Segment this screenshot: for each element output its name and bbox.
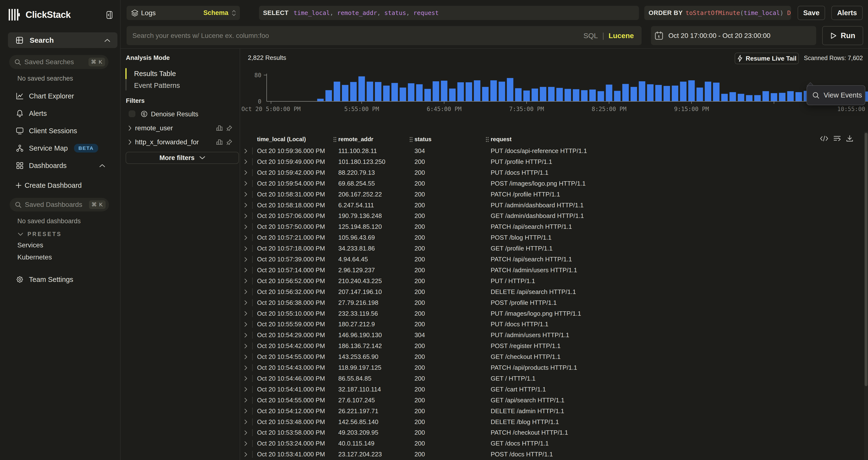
- histogram-bar[interactable]: [556, 88, 563, 102]
- row-expand-chevron-icon[interactable]: [244, 221, 247, 232]
- saved-searches-input[interactable]: Saved Searches ⌘ K: [9, 55, 108, 69]
- row-expand-chevron-icon[interactable]: [244, 351, 247, 362]
- order-by-bar[interactable]: ORDER BY toStartOfMinute(time_local) DES…: [644, 6, 791, 20]
- row-expand-chevron-icon[interactable]: [244, 254, 247, 265]
- row-expand-chevron-icon[interactable]: [244, 146, 247, 156]
- time-range-picker[interactable]: Oct 20 17:00:00 - Oct 20 23:00:00: [651, 26, 816, 45]
- row-expand-chevron-icon[interactable]: [244, 373, 247, 384]
- histogram-bar[interactable]: [606, 85, 613, 102]
- row-expand-chevron-icon[interactable]: [244, 167, 247, 178]
- histogram-bar[interactable]: [796, 92, 802, 102]
- sidebar-item-dashboards[interactable]: Dashboards: [0, 158, 121, 173]
- table-row[interactable]: Oct 20 10:53:48.000 PM142.56.85.140200DE…: [240, 416, 865, 427]
- histogram-bar[interactable]: [672, 86, 678, 102]
- histogram-bar[interactable]: [433, 81, 439, 102]
- histogram-bar[interactable]: [383, 86, 390, 102]
- row-expand-chevron-icon[interactable]: [244, 427, 247, 438]
- sidebar-item-alerts[interactable]: Alerts: [0, 106, 121, 121]
- histogram-bar[interactable]: [713, 83, 719, 102]
- histogram-bar[interactable]: [721, 94, 728, 102]
- sidebar-collapse-icon[interactable]: [106, 11, 112, 19]
- table-row[interactable]: Oct 20 10:57:21.000 PM105.96.43.69200POS…: [240, 232, 865, 243]
- row-expand-chevron-icon[interactable]: [244, 200, 247, 211]
- table-row[interactable]: Oct 20 10:55:59.000 PM180.27.212.9200PUT…: [240, 319, 865, 330]
- view-events-tooltip[interactable]: View Events: [807, 85, 865, 105]
- histogram-bar[interactable]: [597, 91, 604, 102]
- row-expand-chevron-icon[interactable]: [244, 319, 247, 330]
- histogram-bar[interactable]: [375, 82, 381, 102]
- histogram-bar[interactable]: [581, 90, 588, 102]
- table-row[interactable]: Oct 20 10:54:43.000 PM118.99.197.125200P…: [240, 362, 865, 373]
- row-expand-chevron-icon[interactable]: [244, 297, 247, 308]
- table-row[interactable]: Oct 20 10:57:39.000 PM4.94.64.45200PATCH…: [240, 254, 865, 265]
- histogram-bar[interactable]: [350, 82, 356, 102]
- histogram-bar[interactable]: [334, 82, 340, 102]
- results-histogram[interactable]: 800Oct 20 5:00:00 PM5:55:00 PM6:45:00 PM…: [240, 67, 868, 112]
- more-filters-button[interactable]: More filters: [126, 152, 239, 164]
- table-row[interactable]: Oct 20 10:54:55.000 PM27.6.107.245200GET…: [240, 395, 865, 406]
- row-expand-chevron-icon[interactable]: [244, 330, 247, 341]
- col-request-header[interactable]: request: [491, 136, 512, 143]
- histogram-bar[interactable]: [614, 91, 621, 102]
- row-expand-chevron-icon[interactable]: [244, 395, 247, 406]
- histogram-bar[interactable]: [523, 90, 530, 102]
- histogram-bar[interactable]: [400, 88, 406, 102]
- filter-field-http_x_forwarded_for[interactable]: http_x_forwarded_for: [121, 136, 240, 149]
- alerts-button[interactable]: Alerts: [831, 6, 863, 20]
- histogram-bar[interactable]: [763, 91, 769, 102]
- mode-sql-toggle[interactable]: SQL: [584, 32, 598, 40]
- histogram-bar[interactable]: [647, 84, 654, 102]
- table-row[interactable]: Oct 20 10:53:41.000 PM23.127.204.223200P…: [240, 449, 865, 460]
- histogram-bar[interactable]: [771, 93, 777, 102]
- bar-chart-icon[interactable]: [216, 125, 222, 131]
- histogram-bar[interactable]: [317, 99, 324, 102]
- mode-lucene-toggle[interactable]: Lucene: [609, 32, 634, 40]
- histogram-bar[interactable]: [705, 82, 711, 102]
- row-expand-chevron-icon[interactable]: [244, 276, 247, 286]
- table-row[interactable]: Oct 20 10:54:12.000 PM26.221.197.71200DE…: [240, 406, 865, 416]
- pin-icon[interactable]: [226, 125, 232, 131]
- histogram-bar[interactable]: [738, 94, 744, 102]
- table-row[interactable]: Oct 20 10:56:52.000 PM210.240.43.225200P…: [240, 276, 865, 286]
- table-row[interactable]: Oct 20 10:54:41.000 PM32.187.110.114200G…: [240, 384, 865, 395]
- row-expand-chevron-icon[interactable]: [244, 156, 247, 167]
- wrap-lines-icon[interactable]: [833, 135, 841, 142]
- table-row[interactable]: Oct 20 10:59:42.000 PM88.220.79.13200PUT…: [240, 167, 865, 178]
- histogram-bar[interactable]: [746, 95, 752, 102]
- histogram-bar[interactable]: [457, 82, 464, 102]
- histogram-bar[interactable]: [565, 89, 571, 102]
- table-row[interactable]: Oct 20 10:53:24.000 PM40.0.115.149200GET…: [240, 438, 865, 449]
- row-expand-chevron-icon[interactable]: [244, 178, 247, 189]
- histogram-bar[interactable]: [630, 87, 637, 102]
- table-row[interactable]: Oct 20 10:55:10.000 PM232.33.119.56200PU…: [240, 308, 865, 319]
- histogram-bar[interactable]: [655, 85, 662, 102]
- row-expand-chevron-icon[interactable]: [244, 286, 247, 297]
- histogram-bar[interactable]: [696, 88, 703, 102]
- row-expand-chevron-icon[interactable]: [244, 341, 247, 351]
- histogram-bar[interactable]: [441, 81, 447, 102]
- table-row[interactable]: Oct 20 10:59:54.000 PM69.68.254.55200POS…: [240, 178, 865, 189]
- table-row[interactable]: Oct 20 10:59:36.000 PM111.100.28.11304PU…: [240, 146, 865, 156]
- row-expand-chevron-icon[interactable]: [244, 265, 247, 276]
- histogram-bar[interactable]: [779, 93, 785, 102]
- histogram-bar[interactable]: [540, 87, 546, 102]
- histogram-bar[interactable]: [359, 76, 365, 102]
- row-expand-chevron-icon[interactable]: [244, 438, 247, 449]
- col-drag-handle[interactable]: [485, 136, 489, 143]
- histogram-bar[interactable]: [507, 78, 513, 102]
- bar-chart-icon[interactable]: [216, 139, 222, 145]
- histogram-bar[interactable]: [639, 81, 645, 102]
- histogram-bar[interactable]: [416, 84, 423, 102]
- sidebar-item-kubernetes[interactable]: Kubernetes: [0, 251, 121, 263]
- histogram-bar[interactable]: [449, 89, 456, 102]
- histogram-bar[interactable]: [532, 89, 538, 102]
- histogram-bar[interactable]: [688, 80, 695, 102]
- denoise-checkbox[interactable]: [129, 111, 135, 117]
- row-expand-chevron-icon[interactable]: [244, 449, 247, 460]
- histogram-bar[interactable]: [424, 89, 431, 102]
- sidebar-item-search[interactable]: Search: [8, 32, 117, 48]
- mode-results-table[interactable]: Results Table: [125, 68, 222, 80]
- table-row[interactable]: Oct 20 10:58:31.000 PM206.167.252.22200P…: [240, 189, 865, 200]
- histogram-bar[interactable]: [787, 91, 794, 102]
- code-icon[interactable]: [820, 135, 829, 142]
